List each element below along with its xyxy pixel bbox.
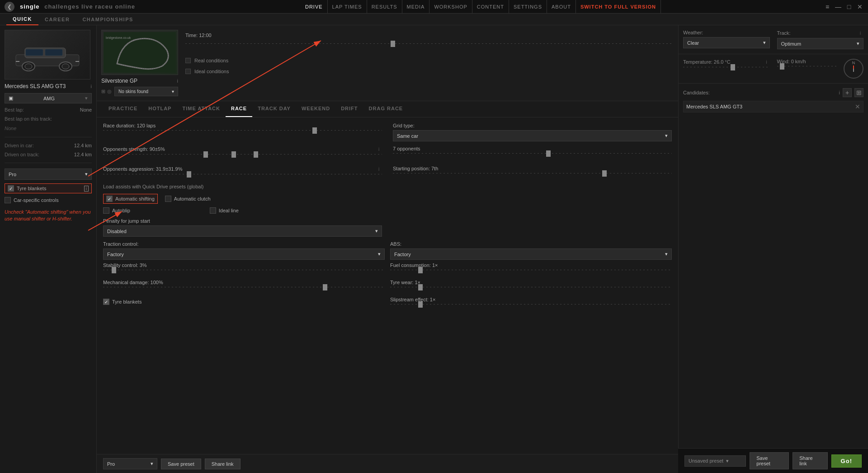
ideal-conditions-checkbox[interactable]	[185, 69, 191, 74]
candidate-remove-button[interactable]: ✕	[855, 103, 860, 110]
weather-select[interactable]: Clear ▾	[683, 37, 770, 48]
slipstream-thumb[interactable]	[418, 301, 423, 308]
race-duration-thumb[interactable]	[312, 127, 317, 134]
tyre-blankets-check-box[interactable]: ✓	[103, 299, 109, 305]
tab-track-day[interactable]: TRACK DAY	[252, 101, 296, 117]
unsaved-preset-select[interactable]: Unsaved preset ▾	[684, 455, 746, 467]
go-button[interactable]: Go!	[831, 454, 862, 468]
mech-damage-thumb[interactable]	[323, 284, 327, 290]
share-link-button[interactable]: Share link	[205, 459, 241, 469]
car-controls-checkbox[interactable]	[5, 197, 11, 203]
back-button[interactable]: ❮	[5, 2, 14, 12]
auto-clutch-check[interactable]: Automatic clutch	[165, 196, 211, 202]
nav-drive[interactable]: DRIVE	[301, 0, 328, 14]
temperature-thumb[interactable]	[731, 64, 735, 70]
skin-icon-1[interactable]: ⊞	[101, 89, 105, 94]
tyre-blankets-row[interactable]: ✓ Tyre blankets i	[5, 183, 92, 193]
auto-shifting-checkbox[interactable]: ✓	[106, 196, 113, 202]
opp-strength-thumb-2[interactable]	[231, 151, 236, 158]
tyre-blankets-check[interactable]: ✓ Tyre blankets	[103, 299, 385, 305]
car-team-label: AMG	[43, 96, 55, 101]
nav-laptimes[interactable]: LAP TIMES	[328, 0, 367, 14]
unsaved-preset-label: Unsaved preset	[689, 458, 723, 464]
tab-weekend[interactable]: WEEKEND	[296, 101, 335, 117]
auto-clutch-checkbox[interactable]	[165, 196, 171, 202]
abs-select[interactable]: Factory ▾	[390, 248, 672, 260]
tab-career[interactable]: CAREER	[38, 14, 76, 25]
track-cond-header: Track: i	[777, 30, 864, 36]
nav-settings[interactable]: SETTINGS	[509, 0, 547, 14]
add-candidate-button[interactable]: +	[843, 88, 852, 97]
tyre-wear-thumb[interactable]	[418, 284, 423, 290]
autoblip-check[interactable]: Autoblip	[103, 207, 130, 214]
car-controls-row[interactable]: Car-specific controls	[5, 197, 92, 203]
car-name-label: Mercedes SLS AMG GT3	[5, 83, 66, 89]
candidates-info-icon[interactable]: i	[839, 90, 840, 95]
real-conditions-checkbox[interactable]	[185, 58, 191, 63]
bottom-share-link-button[interactable]: Share link	[793, 452, 827, 469]
nav-media[interactable]: MEDIA	[402, 0, 430, 14]
ideal-line-check[interactable]: Ideal line	[210, 207, 239, 214]
tab-practice[interactable]: PRACTICE	[103, 101, 143, 117]
maximize-button[interactable]: □	[845, 3, 853, 10]
nav-results[interactable]: RESULTS	[367, 0, 402, 14]
opp-aggression-thumb[interactable]	[187, 171, 191, 178]
hamburger-icon[interactable]: ≡	[824, 3, 831, 10]
wind-thumb[interactable]	[780, 63, 784, 70]
bottom-save-preset-button[interactable]: Save preset	[750, 452, 789, 469]
nav-workshop[interactable]: WORKSHOP	[429, 0, 472, 14]
penalty-select[interactable]: Disabled ▾	[103, 225, 382, 237]
track-cond-select[interactable]: Optimum ▾	[777, 38, 864, 49]
tab-race[interactable]: RACE	[226, 101, 252, 117]
auto-shifting-row[interactable]: ✓ Automatic shifting	[103, 194, 158, 204]
nav-about[interactable]: ABOUT	[547, 0, 576, 14]
nav-switch-full[interactable]: SWITCH TO FULL VERSION	[576, 0, 661, 14]
skin-select[interactable]: No skins found ▾	[114, 87, 178, 96]
time-slider-thumb[interactable]	[391, 41, 395, 47]
save-preset-button[interactable]: Save preset	[161, 459, 201, 469]
stability-group: Stability control: 3%	[103, 262, 385, 277]
car-info-icon[interactable]: i	[91, 84, 92, 89]
nav-content[interactable]: CONTENT	[472, 0, 509, 14]
no-skins-label: No skins found	[118, 89, 148, 94]
opp-strength-info-icon[interactable]: i	[376, 146, 382, 152]
traction-control-select[interactable]: Factory ▾	[103, 248, 385, 260]
stability-thumb[interactable]	[112, 267, 116, 273]
preset-dropdown[interactable]: Pro ▾	[5, 169, 92, 180]
candidates-label: Candidates:	[683, 90, 710, 95]
opp-aggression-info-icon[interactable]: i	[376, 166, 382, 172]
traction-control-label: Traction control:	[103, 241, 385, 247]
tab-quick[interactable]: QUICK	[6, 14, 38, 25]
opp-count-thumb[interactable]	[546, 150, 551, 157]
driven-car-row: Driven in car: 12.4 km	[5, 143, 92, 148]
temp-info-icon[interactable]: i	[764, 59, 770, 65]
tab-time-attack[interactable]: TIME ATTACK	[177, 101, 226, 117]
mech-damage-group: Mechanical damage: 100%	[103, 280, 385, 294]
car-team-select[interactable]: ▣ AMG ▾	[5, 93, 92, 103]
tyre-blankets-checkbox[interactable]: ✓	[8, 185, 14, 192]
grid-candidate-button[interactable]: ⊞	[854, 88, 863, 97]
tab-hotlap[interactable]: HOTLAP	[143, 101, 177, 117]
tab-drag-race[interactable]: DRAG RACE	[363, 101, 409, 117]
autoblip-checkbox[interactable]	[103, 207, 109, 214]
abs-arrow-icon: ▾	[665, 251, 668, 257]
titlebar: ❮ single challenges live raceu online DR…	[0, 0, 868, 14]
track-cond-info-icon[interactable]: i	[857, 30, 863, 36]
opp-strength-thumb-3[interactable]	[254, 151, 258, 158]
tab-drift[interactable]: DRIFT	[335, 101, 363, 117]
tyre-blankets-info-icon[interactable]: i	[84, 186, 89, 192]
opp-strength-thumb[interactable]	[203, 151, 208, 158]
bottom-preset-select[interactable]: Pro ▾	[103, 458, 157, 469]
ideal-line-checkbox[interactable]	[210, 207, 216, 214]
track-info-icon[interactable]: i	[177, 78, 178, 84]
close-button[interactable]: ✕	[856, 3, 863, 10]
tab-championships[interactable]: CHAMPIONSHIPS	[76, 14, 139, 25]
subheader: QUICK CAREER CHAMPIONSHIPS	[0, 14, 868, 25]
skin-icon-2[interactable]: ◎	[107, 89, 112, 94]
best-lap-track-row: Best lap on this track:	[5, 116, 92, 122]
starting-pos-thumb[interactable]	[602, 170, 607, 177]
grid-type-select[interactable]: Same car ▾	[393, 130, 672, 141]
fuel-consumption-thumb[interactable]	[418, 267, 423, 273]
penalty-arrow-icon: ▾	[375, 228, 378, 234]
minimize-button[interactable]: —	[835, 3, 842, 10]
